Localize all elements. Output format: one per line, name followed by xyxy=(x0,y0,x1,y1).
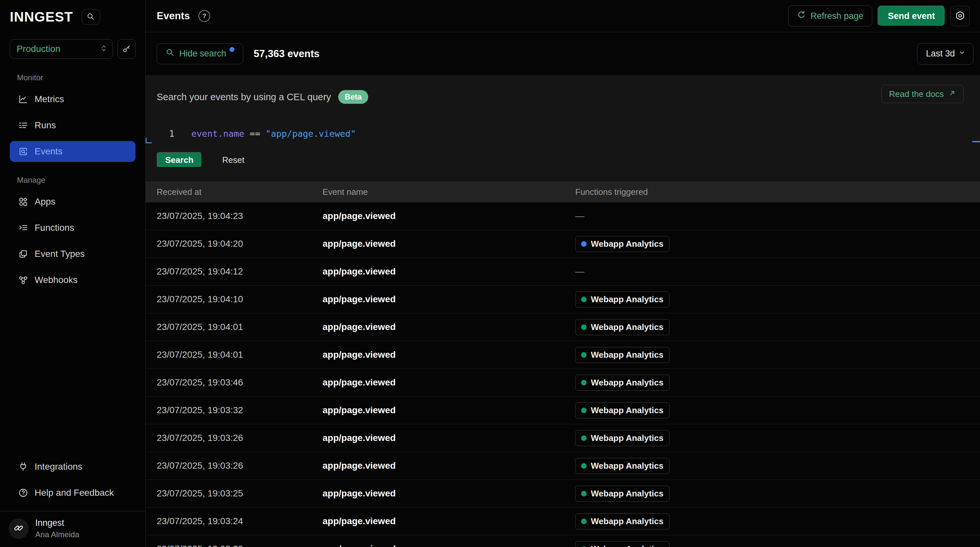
event-keys-button[interactable] xyxy=(118,39,135,59)
cell-event-name: app/page.viewed xyxy=(323,433,575,443)
cell-functions: Webapp Analytics xyxy=(575,236,980,252)
sidebar-item-functions[interactable]: Functions xyxy=(10,217,135,238)
function-badge[interactable]: Webapp Analytics xyxy=(575,319,670,335)
column-received-at: Received at xyxy=(157,187,323,197)
environment-select[interactable]: Production xyxy=(10,39,113,59)
badge-label: Webapp Analytics xyxy=(591,516,664,526)
function-badge[interactable]: Webapp Analytics xyxy=(575,458,670,474)
send-event-button[interactable]: Send event xyxy=(878,6,945,26)
function-badge[interactable]: Webapp Analytics xyxy=(575,430,670,446)
app-root: INNGEST Production Monitor xyxy=(0,0,980,547)
metrics-icon xyxy=(18,94,28,104)
cell-received-at: 23/07/2025, 19:03:26 xyxy=(157,461,323,471)
sidebar-item-event-types[interactable]: Event Types xyxy=(10,243,135,264)
table-row[interactable]: 23/07/2025, 19:03:26 app/page.viewed Web… xyxy=(146,424,980,452)
badge-dot xyxy=(581,324,587,330)
editor-focus-edge xyxy=(972,141,980,142)
badge-label: Webapp Analytics xyxy=(591,239,664,249)
cell-event-name: app/page.viewed xyxy=(323,377,575,388)
table-header: Received at Event name Functions trigger… xyxy=(146,181,980,202)
page-help-icon[interactable]: ? xyxy=(199,10,210,22)
table-row[interactable]: 23/07/2025, 19:04:20 app/page.viewed Web… xyxy=(146,230,980,258)
sidebar-item-metrics[interactable]: Metrics xyxy=(10,89,135,110)
search-button[interactable]: Search xyxy=(157,152,202,168)
table-row[interactable]: 23/07/2025, 19:04:12 app/page.viewed — xyxy=(146,258,980,286)
hide-search-button[interactable]: Hide search xyxy=(157,43,243,64)
cel-query-editor[interactable]: 1 event.name == "app/page.viewed" xyxy=(146,123,980,144)
sidebar-item-integrations[interactable]: Integrations xyxy=(10,456,135,477)
sidebar-item-events[interactable]: Events xyxy=(10,141,135,162)
function-badge[interactable]: Webapp Analytics xyxy=(575,402,670,418)
external-link-icon xyxy=(948,89,956,99)
cel-actions: Search Reset xyxy=(157,152,247,168)
badge-dot xyxy=(581,352,587,358)
badge-label: Webapp Analytics xyxy=(591,544,664,547)
cell-event-name: app/page.viewed xyxy=(323,211,575,221)
cell-event-name: app/page.viewed xyxy=(323,239,575,249)
cell-event-name: app/page.viewed xyxy=(323,322,575,332)
sidebar-item-help-feedback[interactable]: Help and Feedback xyxy=(10,482,135,503)
key-icon xyxy=(122,44,131,54)
section-label-manage: Manage xyxy=(17,176,135,185)
badge-dot xyxy=(581,241,587,247)
sidebar: INNGEST Production Monitor xyxy=(0,0,146,547)
table-row[interactable]: 23/07/2025, 19:03:46 app/page.viewed Web… xyxy=(146,369,980,396)
events-count: 57,363 events xyxy=(254,48,320,60)
function-badge[interactable]: Webapp Analytics xyxy=(575,541,670,547)
table-row[interactable]: 23/07/2025, 19:04:23 app/page.viewed — xyxy=(146,202,980,230)
sidebar-item-apps[interactable]: Apps xyxy=(10,191,135,212)
badge-label: Webapp Analytics xyxy=(591,350,664,360)
sidebar-item-label: Metrics xyxy=(35,94,64,105)
sidebar-item-label: Integrations xyxy=(35,461,82,472)
event-types-icon xyxy=(18,249,28,259)
function-badge[interactable]: Webapp Analytics xyxy=(575,347,670,363)
refresh-label: Refresh page xyxy=(811,11,864,21)
cell-functions: Webapp Analytics xyxy=(575,375,980,391)
cell-received-at: 23/07/2025, 19:03:23 xyxy=(157,544,323,547)
cell-event-name: app/page.viewed xyxy=(323,405,575,415)
function-badge[interactable]: Webapp Analytics xyxy=(575,375,670,391)
cell-received-at: 23/07/2025, 19:04:10 xyxy=(157,294,323,305)
reset-button[interactable]: Reset xyxy=(220,155,247,165)
cell-received-at: 23/07/2025, 19:03:46 xyxy=(157,377,323,388)
table-row[interactable]: 23/07/2025, 19:03:32 app/page.viewed Web… xyxy=(146,396,980,424)
settings-button[interactable] xyxy=(951,6,970,26)
sidebar-item-runs[interactable]: Runs xyxy=(10,115,135,136)
sidebar-search-button[interactable] xyxy=(82,9,100,25)
sidebar-item-webhooks[interactable]: Webhooks xyxy=(10,270,135,291)
table-row[interactable]: 23/07/2025, 19:03:23 app/page.viewed Web… xyxy=(146,535,980,547)
time-range-select[interactable]: Last 3d xyxy=(917,43,974,65)
badge-dot xyxy=(581,463,587,469)
table-row[interactable]: 23/07/2025, 19:04:01 app/page.viewed Web… xyxy=(146,313,980,341)
profile-user-name: Ana Almeida xyxy=(35,530,80,539)
badge-label: Webapp Analytics xyxy=(591,461,664,471)
table-row[interactable]: 23/07/2025, 19:03:24 app/page.viewed Web… xyxy=(146,507,980,535)
cell-functions: Webapp Analytics xyxy=(575,291,980,307)
events-toolbar: Hide search 57,363 events Last 3d xyxy=(146,32,980,75)
table-row[interactable]: 23/07/2025, 19:03:26 app/page.viewed Web… xyxy=(146,452,980,480)
webhooks-icon xyxy=(18,275,28,285)
function-badge[interactable]: Webapp Analytics xyxy=(575,514,670,530)
refresh-icon xyxy=(797,10,806,22)
profile-menu[interactable]: Inngest Ana Almeida xyxy=(0,511,145,547)
search-icon xyxy=(86,13,95,22)
help-circle-icon xyxy=(18,488,28,498)
read-the-docs-button[interactable]: Read the docs xyxy=(881,85,964,103)
table-row[interactable]: 23/07/2025, 19:04:10 app/page.viewed Web… xyxy=(146,286,980,313)
cell-received-at: 23/07/2025, 19:03:24 xyxy=(157,516,323,526)
function-badge[interactable]: Webapp Analytics xyxy=(575,291,670,307)
editor-focus-corner xyxy=(146,138,152,143)
sidebar-item-label: Events xyxy=(35,146,63,157)
cell-event-name: app/page.viewed xyxy=(323,461,575,471)
runs-icon xyxy=(18,121,28,130)
cell-event-name: app/page.viewed xyxy=(323,516,575,526)
hide-search-label: Hide search xyxy=(179,49,226,59)
table-row[interactable]: 23/07/2025, 19:04:01 app/page.viewed Web… xyxy=(146,341,980,369)
function-badge[interactable]: Webapp Analytics xyxy=(575,236,670,252)
apps-icon xyxy=(18,197,28,207)
search-icon xyxy=(165,48,175,59)
refresh-page-button[interactable]: Refresh page xyxy=(788,6,872,26)
table-row[interactable]: 23/07/2025, 19:03:25 app/page.viewed Web… xyxy=(146,480,980,507)
function-badge[interactable]: Webapp Analytics xyxy=(575,486,670,502)
badge-dot xyxy=(581,297,587,302)
